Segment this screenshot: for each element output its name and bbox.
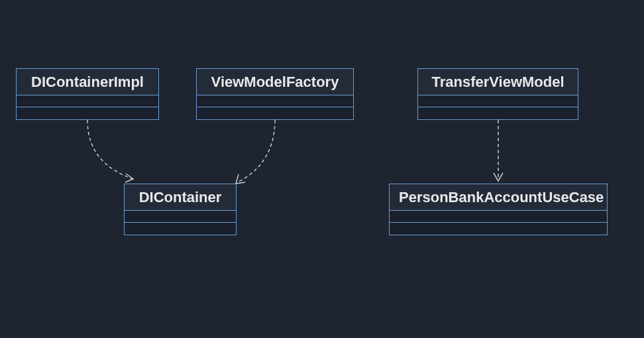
class-title-viewmodelfactory: ViewModelFactory (197, 69, 353, 95)
class-attrs-dicontainerimpl (17, 95, 158, 107)
class-dicontainerimpl: DIContainerImpl (16, 68, 159, 120)
class-ops-viewmodelfactory (197, 107, 353, 119)
arrowhead-transferviewmodel-personbankaccountusecase (494, 173, 503, 181)
class-attrs-personbankaccountusecase (390, 211, 607, 223)
connectors-layer (0, 0, 644, 338)
arrowhead-viewmodelfactory-dicontainer (236, 174, 245, 184)
class-attrs-viewmodelfactory (197, 95, 353, 107)
class-ops-transferviewmodel (418, 107, 578, 119)
class-dicontainer: DIContainer (124, 184, 237, 235)
class-attrs-transferviewmodel (418, 95, 578, 107)
class-transferviewmodel: TransferViewModel (417, 68, 578, 120)
class-title-dicontainerimpl: DIContainerImpl (17, 69, 158, 95)
edge-viewmodelfactory-dicontainer (237, 120, 275, 182)
class-viewmodelfactory: ViewModelFactory (196, 68, 354, 120)
class-ops-dicontainer (125, 223, 236, 235)
arrowhead-dicontainerimpl-dicontainer (125, 174, 133, 182)
class-attrs-dicontainer (125, 211, 236, 223)
class-title-dicontainer: DIContainer (125, 184, 236, 211)
edge-dicontainerimpl-dicontainer (87, 120, 133, 179)
class-title-transferviewmodel: TransferViewModel (418, 69, 578, 95)
class-personbankaccountusecase: PersonBankAccountUseCase (389, 184, 608, 235)
class-ops-dicontainerimpl (17, 107, 158, 119)
class-title-personbankaccountusecase: PersonBankAccountUseCase (390, 184, 607, 211)
class-ops-personbankaccountusecase (390, 223, 607, 235)
